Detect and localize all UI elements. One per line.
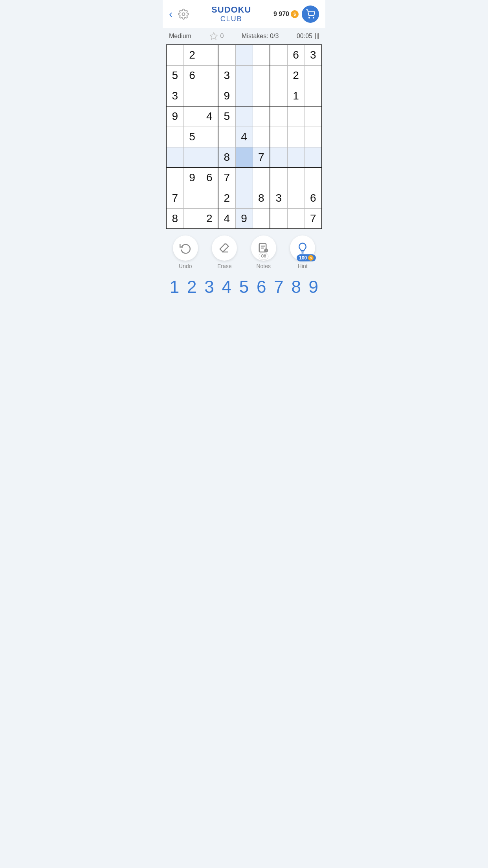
grid-cell[interactable] (235, 188, 253, 208)
hint-tool[interactable]: 100 $ Hint (290, 235, 315, 269)
grid-cell[interactable] (287, 106, 305, 127)
grid-cell[interactable]: 7 (166, 188, 183, 208)
grid-cell[interactable] (253, 106, 270, 127)
grid-cell[interactable] (287, 167, 305, 188)
number-button-8[interactable]: 8 (288, 277, 304, 297)
notes-button[interactable]: Off (251, 235, 276, 261)
grid-cell[interactable]: 3 (166, 86, 183, 106)
grid-cell[interactable] (270, 147, 287, 167)
undo-button[interactable] (173, 235, 198, 261)
grid-cell[interactable] (235, 147, 253, 167)
grid-cell[interactable] (201, 188, 218, 208)
number-button-1[interactable]: 1 (167, 277, 182, 297)
grid-cell[interactable]: 5 (218, 106, 235, 127)
grid-cell[interactable]: 8 (166, 208, 183, 229)
grid-cell[interactable] (201, 45, 218, 65)
pause-icon[interactable] (315, 33, 319, 39)
grid-cell[interactable] (235, 106, 253, 127)
grid-cell[interactable]: 9 (183, 167, 201, 188)
grid-cell[interactable] (235, 65, 253, 86)
grid-cell[interactable]: 6 (201, 167, 218, 188)
grid-cell[interactable] (287, 188, 305, 208)
grid-cell[interactable] (305, 147, 322, 167)
grid-cell[interactable]: 9 (166, 106, 183, 127)
grid-cell[interactable] (201, 65, 218, 86)
undo-tool[interactable]: Undo (173, 235, 198, 269)
grid-cell[interactable] (305, 86, 322, 106)
notes-tool[interactable]: Off Notes (251, 235, 276, 269)
grid-cell[interactable]: 8 (253, 188, 270, 208)
settings-icon[interactable] (178, 9, 189, 20)
grid-cell[interactable] (183, 188, 201, 208)
number-button-2[interactable]: 2 (184, 277, 200, 297)
grid-cell[interactable] (166, 127, 183, 147)
grid-cell[interactable] (166, 147, 183, 167)
grid-cell[interactable] (201, 86, 218, 106)
grid-cell[interactable]: 7 (218, 167, 235, 188)
grid-cell[interactable]: 9 (218, 86, 235, 106)
grid-cell[interactable] (287, 127, 305, 147)
cart-button[interactable] (302, 6, 319, 23)
grid-cell[interactable] (305, 167, 322, 188)
grid-cell[interactable] (253, 167, 270, 188)
grid-cell[interactable] (270, 65, 287, 86)
grid-cell[interactable]: 6 (305, 188, 322, 208)
grid-cell[interactable] (235, 86, 253, 106)
grid-cell[interactable] (253, 208, 270, 229)
grid-cell[interactable]: 3 (218, 65, 235, 86)
grid-cell[interactable]: 9 (235, 208, 253, 229)
grid-cell[interactable]: 8 (218, 147, 235, 167)
grid-cell[interactable] (201, 147, 218, 167)
grid-cell[interactable]: 4 (201, 106, 218, 127)
grid-cell[interactable] (183, 86, 201, 106)
grid-cell[interactable]: 2 (183, 45, 201, 65)
grid-cell[interactable] (287, 208, 305, 229)
number-button-9[interactable]: 9 (306, 277, 321, 297)
grid-cell[interactable]: 6 (183, 65, 201, 86)
grid-cell[interactable] (270, 208, 287, 229)
grid-cell[interactable]: 2 (287, 65, 305, 86)
number-button-7[interactable]: 7 (271, 277, 286, 297)
grid-cell[interactable] (201, 127, 218, 147)
erase-button[interactable] (212, 235, 237, 261)
hint-button[interactable]: 100 $ (290, 235, 315, 261)
grid-cell[interactable]: 1 (287, 86, 305, 106)
grid-cell[interactable] (270, 86, 287, 106)
number-button-5[interactable]: 5 (236, 277, 252, 297)
grid-cell[interactable] (253, 86, 270, 106)
back-button[interactable]: ‹ (169, 9, 172, 20)
grid-cell[interactable]: 3 (305, 45, 322, 65)
grid-cell[interactable] (166, 167, 183, 188)
grid-cell[interactable] (183, 106, 201, 127)
grid-cell[interactable] (235, 45, 253, 65)
grid-cell[interactable] (218, 127, 235, 147)
grid-cell[interactable]: 4 (218, 208, 235, 229)
grid-cell[interactable] (305, 106, 322, 127)
grid-cell[interactable] (183, 208, 201, 229)
grid-cell[interactable] (270, 167, 287, 188)
grid-cell[interactable] (270, 127, 287, 147)
grid-cell[interactable]: 7 (305, 208, 322, 229)
grid-cell[interactable] (305, 127, 322, 147)
grid-cell[interactable]: 2 (201, 208, 218, 229)
grid-cell[interactable]: 6 (287, 45, 305, 65)
grid-cell[interactable] (218, 45, 235, 65)
grid-cell[interactable]: 3 (270, 188, 287, 208)
erase-tool[interactable]: Erase (212, 235, 237, 269)
grid-cell[interactable]: 7 (253, 147, 270, 167)
grid-cell[interactable] (183, 147, 201, 167)
number-button-4[interactable]: 4 (219, 277, 235, 297)
grid-cell[interactable]: 5 (166, 65, 183, 86)
grid-cell[interactable] (253, 45, 270, 65)
grid-cell[interactable] (253, 127, 270, 147)
grid-cell[interactable] (235, 167, 253, 188)
grid-cell[interactable] (270, 106, 287, 127)
grid-cell[interactable]: 2 (218, 188, 235, 208)
grid-cell[interactable] (270, 45, 287, 65)
grid-cell[interactable] (166, 45, 183, 65)
grid-cell[interactable] (305, 65, 322, 86)
grid-cell[interactable] (253, 65, 270, 86)
grid-cell[interactable]: 5 (183, 127, 201, 147)
number-button-6[interactable]: 6 (253, 277, 269, 297)
number-button-3[interactable]: 3 (202, 277, 217, 297)
